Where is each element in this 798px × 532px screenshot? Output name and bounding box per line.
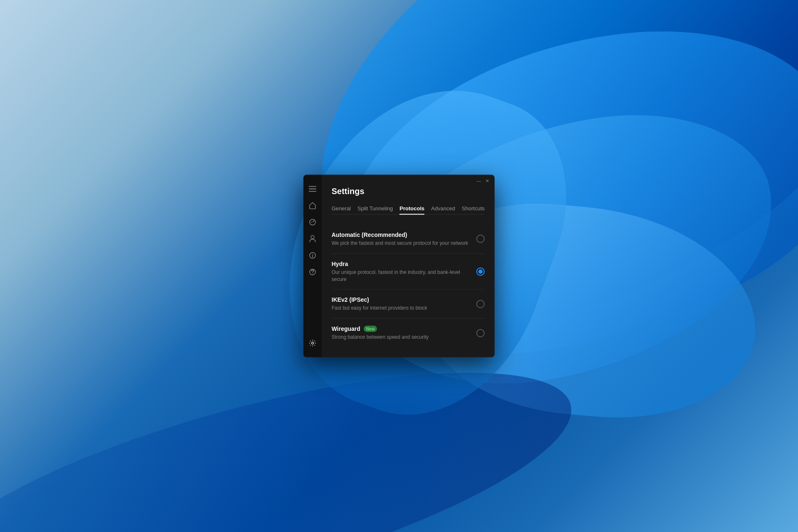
sidebar-icon-account[interactable] xyxy=(305,232,320,246)
svg-rect-0 xyxy=(309,186,316,187)
protocol-desc-hydra: Our unique protocol, fastest in the indu… xyxy=(332,268,471,283)
protocol-item-hydra[interactable]: Hydra Our unique protocol, fastest in th… xyxy=(332,254,485,290)
protocol-name-row-wireguard: Wireguard New xyxy=(332,325,471,332)
tabs-bar: General Split Tunneling Protocols Advanc… xyxy=(332,203,485,215)
radio-ikev2[interactable] xyxy=(476,300,485,308)
sidebar-icon-help[interactable] xyxy=(305,265,320,280)
protocol-item-automatic[interactable]: Automatic (Recommended) We pick the fast… xyxy=(332,225,485,254)
protocol-name-row-hydra: Hydra xyxy=(332,260,471,267)
protocol-name-row-ikev2: IKEv2 (IPSec) xyxy=(332,296,471,303)
content-area: Settings General Split Tunneling Protoco… xyxy=(322,187,495,357)
protocol-info-automatic: Automatic (Recommended) We pick the fast… xyxy=(332,232,471,247)
sidebar-icon-speed[interactable] xyxy=(305,215,320,230)
protocol-list: Automatic (Recommended) We pick the fast… xyxy=(332,225,485,347)
protocol-info-wireguard: Wireguard New Strong balance between spe… xyxy=(332,325,471,341)
protocol-name-row-automatic: Automatic (Recommended) xyxy=(332,232,471,238)
tab-shortcuts[interactable]: Shortcuts xyxy=(462,203,485,215)
protocol-name-ikev2: IKEv2 (IPSec) xyxy=(332,296,369,303)
sidebar xyxy=(303,175,322,357)
minimize-button[interactable]: — xyxy=(476,178,481,183)
protocol-desc-ikev2: Fast but easy for internet providers to … xyxy=(332,305,471,312)
title-bar: — ✕ xyxy=(322,175,495,187)
protocol-desc-automatic: We pick the fastest and most secure prot… xyxy=(332,240,471,247)
tab-advanced[interactable]: Advanced xyxy=(431,203,455,215)
radio-automatic[interactable] xyxy=(476,235,485,243)
protocol-info-ikev2: IKEv2 (IPSec) Fast but easy for internet… xyxy=(332,296,471,312)
close-button[interactable]: ✕ xyxy=(485,178,490,183)
radio-wireguard[interactable] xyxy=(476,329,485,337)
radio-hydra[interactable] xyxy=(476,267,485,276)
tab-split-tunneling[interactable]: Split Tunneling xyxy=(357,203,393,215)
tab-protocols[interactable]: Protocols xyxy=(399,203,424,215)
protocol-info-hydra: Hydra Our unique protocol, fastest in th… xyxy=(332,260,471,283)
protocol-name-wireguard: Wireguard xyxy=(332,325,360,332)
new-badge-wireguard: New xyxy=(364,325,377,332)
sidebar-icon-info[interactable] xyxy=(305,248,320,263)
tab-general[interactable]: General xyxy=(332,203,351,215)
sidebar-icon-settings[interactable] xyxy=(305,335,320,350)
svg-point-7 xyxy=(311,342,313,344)
app-window: — ✕ Settings General Split Tunneling Pro… xyxy=(303,175,495,357)
protocol-item-ikev2[interactable]: IKEv2 (IPSec) Fast but easy for internet… xyxy=(332,290,485,319)
protocol-desc-wireguard: Strong balance between speed and securit… xyxy=(332,334,471,341)
sidebar-icon-home[interactable] xyxy=(305,198,320,213)
protocol-item-wireguard[interactable]: Wireguard New Strong balance between spe… xyxy=(332,319,485,347)
svg-rect-2 xyxy=(309,191,316,192)
sidebar-icon-menu[interactable] xyxy=(305,182,320,197)
main-content: — ✕ Settings General Split Tunneling Pro… xyxy=(322,175,495,357)
protocol-name-hydra: Hydra xyxy=(332,260,348,267)
page-title: Settings xyxy=(332,187,485,196)
svg-point-4 xyxy=(311,236,314,239)
radio-hydra-inner xyxy=(478,269,483,273)
protocol-name-automatic: Automatic (Recommended) xyxy=(332,232,407,238)
svg-rect-1 xyxy=(309,189,316,190)
